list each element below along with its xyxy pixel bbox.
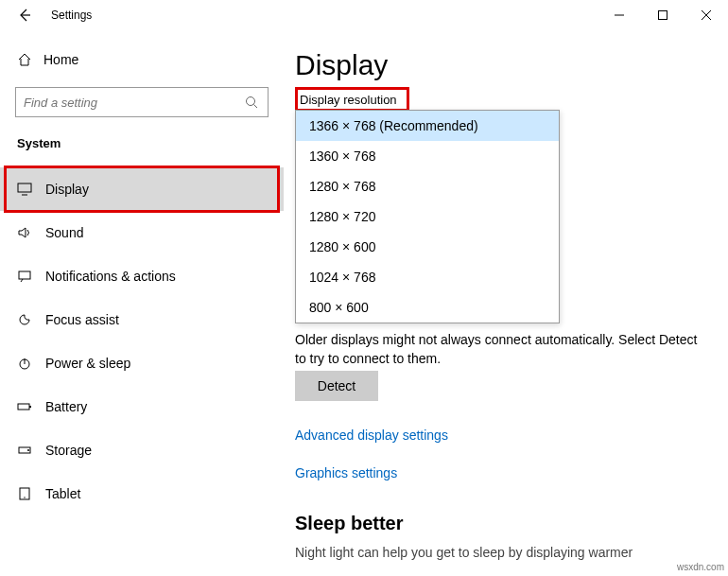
svg-rect-5 — [18, 404, 29, 410]
nav-home[interactable]: Home — [0, 40, 284, 79]
nav-item-label: Power & sleep — [45, 356, 130, 371]
nav-item-power-sleep[interactable]: Power & sleep — [0, 341, 284, 385]
nav-item-display[interactable]: Display — [0, 167, 284, 211]
resolution-option[interactable]: 1280 × 768 — [296, 171, 559, 201]
nav-group-system: System — [0, 127, 284, 167]
resolution-option[interactable]: 1366 × 768 (Recommended) — [296, 111, 559, 141]
back-button[interactable] — [6, 0, 43, 30]
svg-point-10 — [24, 497, 25, 497]
nav-item-notifications[interactable]: Notifications & actions — [0, 254, 284, 298]
search-input[interactable] — [15, 87, 269, 117]
resolution-label: Display resolution — [300, 93, 397, 107]
nav-item-label: Tablet — [45, 486, 80, 501]
sound-icon — [17, 226, 45, 239]
storage-icon — [17, 444, 45, 457]
resolution-option[interactable]: 1280 × 600 — [296, 232, 559, 262]
sleep-better-text: Night light can help you get to sleep by… — [295, 545, 700, 560]
resolution-option[interactable]: 800 × 600 — [296, 292, 559, 323]
nav-item-label: Battery — [45, 399, 87, 414]
nav-item-label: Focus assist — [45, 312, 119, 327]
notifications-icon — [17, 270, 45, 283]
maximize-button[interactable] — [641, 0, 685, 30]
nav-item-label: Display — [45, 182, 89, 197]
resolution-option[interactable]: 1280 × 720 — [296, 201, 559, 232]
nav-home-label: Home — [43, 52, 78, 67]
svg-rect-0 — [659, 11, 667, 20]
multiple-displays-text: Older displays might not always connect … — [295, 331, 700, 368]
display-icon — [17, 183, 45, 196]
nav-item-storage[interactable]: Storage — [0, 428, 284, 472]
nav-item-label: Storage — [45, 443, 92, 458]
nav-item-label: Notifications & actions — [45, 269, 176, 284]
window-title: Settings — [51, 9, 92, 22]
home-icon — [17, 52, 43, 67]
close-button[interactable] — [685, 0, 728, 30]
battery-icon — [17, 400, 45, 413]
svg-point-8 — [27, 449, 29, 451]
link-advanced-display-settings[interactable]: Advanced display settings — [295, 428, 448, 443]
focus-assist-icon — [17, 313, 45, 326]
page-title: Display — [295, 49, 702, 81]
resolution-option[interactable]: 1024 × 768 — [296, 262, 559, 292]
resolution-option[interactable]: 1360 × 768 — [296, 141, 559, 171]
nav-item-focus-assist[interactable]: Focus assist — [0, 298, 284, 341]
resolution-dropdown[interactable]: 1366 × 768 (Recommended) 1360 × 768 1280… — [295, 110, 560, 323]
search-field[interactable] — [24, 96, 245, 110]
nav-item-tablet[interactable]: Tablet — [0, 472, 284, 515]
power-icon — [17, 357, 45, 370]
tablet-icon — [17, 487, 45, 500]
svg-point-1 — [247, 97, 255, 106]
detect-button[interactable]: Detect — [295, 371, 378, 401]
minimize-button[interactable] — [598, 0, 641, 30]
search-icon — [245, 96, 260, 109]
nav-item-sound[interactable]: Sound — [0, 211, 284, 254]
svg-rect-3 — [19, 271, 30, 279]
sleep-better-heading: Sleep better — [295, 513, 403, 534]
svg-rect-2 — [18, 183, 31, 192]
svg-rect-6 — [29, 406, 31, 408]
link-graphics-settings[interactable]: Graphics settings — [295, 465, 397, 480]
watermark: wsxdn.com — [677, 562, 724, 572]
resolution-label-highlight: Display resolution — [295, 87, 409, 112]
nav-item-label: Sound — [45, 225, 83, 240]
nav-item-battery[interactable]: Battery — [0, 385, 284, 428]
